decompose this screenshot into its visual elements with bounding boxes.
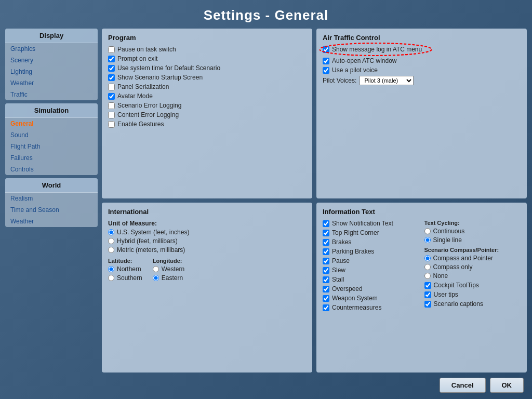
program-check-1[interactable] — [108, 56, 115, 62]
sidebar-item-failures[interactable]: Failures — [5, 152, 98, 164]
sidebar-item-flight-path[interactable]: Flight Path — [5, 141, 98, 152]
compass-radio-input-0[interactable] — [424, 255, 431, 261]
compass-radio-0: Compass and Pointer — [424, 255, 521, 262]
compass-radio-2: None — [424, 272, 521, 280]
unit-radio-label-1: Hybrid (feet, millibars) — [117, 237, 178, 245]
lat-radio-input-1[interactable] — [108, 275, 114, 281]
program-check-4[interactable] — [108, 84, 115, 90]
info-check-8[interactable] — [323, 295, 329, 302]
unit-radio-input-1[interactable] — [108, 238, 114, 244]
compass-label-1: Compass only — [433, 263, 473, 271]
extra-label-2: Scenario captions — [434, 300, 483, 308]
program-check-0[interactable] — [108, 46, 115, 53]
program-checkbox-4: Panel Serialization — [108, 83, 306, 90]
cycling-radio-1: Single line — [424, 236, 521, 244]
pilot-voices-select[interactable]: Pilot 1 (male) Pilot 2 (female) Pilot 3 … — [360, 76, 414, 85]
info-check-9[interactable] — [323, 304, 329, 311]
extra-check-2[interactable] — [424, 301, 431, 308]
info-check-5[interactable] — [323, 267, 329, 274]
program-label-6: Scenario Error Logging — [117, 102, 181, 109]
compass-label-2: None — [433, 272, 448, 280]
lon-radio-input-0[interactable] — [153, 266, 159, 272]
lat-radio-input-0[interactable] — [108, 266, 114, 272]
extra-check-0[interactable] — [424, 282, 431, 289]
info-check-row-8: Weapon System — [323, 295, 419, 302]
sidebar-item-lighting[interactable]: Lighting — [5, 66, 98, 77]
cycling-radio-input-1[interactable] — [424, 237, 431, 243]
unit-radio-input-2[interactable] — [108, 247, 114, 253]
info-check-7[interactable] — [323, 286, 329, 292]
sidebar-item-general[interactable]: General — [5, 118, 98, 129]
program-checkbox-5: Avatar Mode — [108, 92, 306, 100]
atc-check-0[interactable] — [323, 46, 329, 53]
lat-radio-1: Southern — [108, 274, 142, 282]
lat-lon-row: Latitude: Northern Southern Longitude: W… — [108, 258, 306, 283]
atc-label-0: Show message log in ATC menu — [332, 46, 422, 53]
sidebar-item-realism[interactable]: Realism — [5, 193, 98, 204]
program-checkbox-3: Show Scenario Startup Screen — [108, 74, 306, 81]
sidebar-item-graphics[interactable]: Graphics — [5, 43, 98, 55]
ok-button[interactable]: OK — [490, 378, 524, 393]
lat-radio-label-1: Southern — [117, 274, 142, 282]
program-checkbox-8: Enable Gestures — [108, 121, 306, 128]
info-check-3[interactable] — [323, 248, 329, 255]
atc-check-1[interactable] — [323, 58, 329, 64]
info-text-right: Text Cycling: Continuous Single line Sce… — [424, 220, 521, 313]
info-check-0[interactable] — [323, 220, 329, 227]
unit-radio-input-0[interactable] — [108, 229, 114, 235]
info-check-1[interactable] — [323, 230, 329, 236]
sidebar-item-controls[interactable]: Controls — [5, 164, 98, 175]
cycling-radio-input-0[interactable] — [424, 228, 431, 234]
info-label-7: Overspeed — [332, 285, 363, 292]
info-label-6: Stall — [332, 276, 344, 283]
info-check-row-4: Pause — [323, 257, 419, 264]
info-check-2[interactable] — [323, 239, 329, 246]
info-text-grid: Show Notification Text Top Right Corner … — [323, 220, 521, 313]
extra-check-row-2: Scenario captions — [424, 300, 521, 308]
program-panel: Program Pause on task switch Prompt on e… — [102, 29, 312, 198]
program-check-8[interactable] — [108, 121, 115, 128]
unit-of-measure-group: Unit of Measure: U.S. System (feet, inch… — [108, 220, 306, 254]
info-check-4[interactable] — [323, 258, 329, 264]
info-check-6[interactable] — [323, 276, 329, 283]
compass-radio-input-2[interactable] — [424, 273, 431, 279]
extra-check-row-0: Cockpit ToolTips — [424, 282, 521, 289]
longitude-label: Longitude: — [153, 258, 184, 264]
sidebar-item-sound[interactable]: Sound — [5, 129, 98, 141]
atc-check-2[interactable] — [323, 67, 329, 74]
program-check-5[interactable] — [108, 93, 115, 100]
lon-radio-label-0: Western — [162, 265, 184, 273]
program-label-5: Avatar Mode — [117, 92, 153, 100]
program-label-4: Panel Serialization — [117, 83, 169, 90]
program-label-3: Show Scenario Startup Screen — [117, 74, 203, 81]
program-check-2[interactable] — [108, 65, 115, 72]
compass-label-0: Compass and Pointer — [433, 255, 493, 262]
program-check-7[interactable] — [108, 112, 115, 118]
latitude-group: Latitude: Northern Southern — [108, 258, 142, 283]
compass-radio-input-1[interactable] — [424, 264, 431, 270]
info-check-row-9: Countermeasures — [323, 304, 419, 311]
sidebar-item-weather-world[interactable]: Weather — [5, 216, 98, 227]
program-check-3[interactable] — [108, 74, 115, 81]
text-cycling-label: Text Cycling: — [424, 220, 521, 226]
pilot-voices-row: Pilot Voices: Pilot 1 (male) Pilot 2 (fe… — [323, 76, 521, 85]
page-title: Settings - General — [0, 0, 532, 29]
cancel-button[interactable]: Cancel — [440, 378, 486, 393]
info-check-row-3: Parking Brakes — [323, 248, 419, 255]
extra-label-1: User tips — [434, 291, 458, 298]
lon-radio-input-1[interactable] — [153, 275, 159, 281]
atc-label-2: Use a pilot voice — [332, 66, 378, 74]
sidebar-item-scenery[interactable]: Scenery — [5, 55, 98, 66]
content-area: Program Pause on task switch Prompt on e… — [102, 29, 527, 373]
unit-radio-1: Hybrid (feet, millibars) — [108, 237, 306, 245]
sidebar-item-time-season[interactable]: Time and Season — [5, 204, 98, 216]
compass-radio-1: Compass only — [424, 263, 521, 271]
extra-check-1[interactable] — [424, 291, 431, 298]
lon-radio-label-1: Eastern — [162, 274, 183, 282]
sidebar-section-world: World Realism Time and Season Weather — [5, 178, 98, 227]
sidebar-item-traffic[interactable]: Traffic — [5, 89, 98, 100]
unit-radio-0: U.S. System (feet, inches) — [108, 229, 306, 236]
sidebar-item-weather-display[interactable]: Weather — [5, 77, 98, 89]
sidebar: Display Graphics Scenery Lighting Weathe… — [5, 29, 98, 373]
program-check-6[interactable] — [108, 102, 115, 109]
